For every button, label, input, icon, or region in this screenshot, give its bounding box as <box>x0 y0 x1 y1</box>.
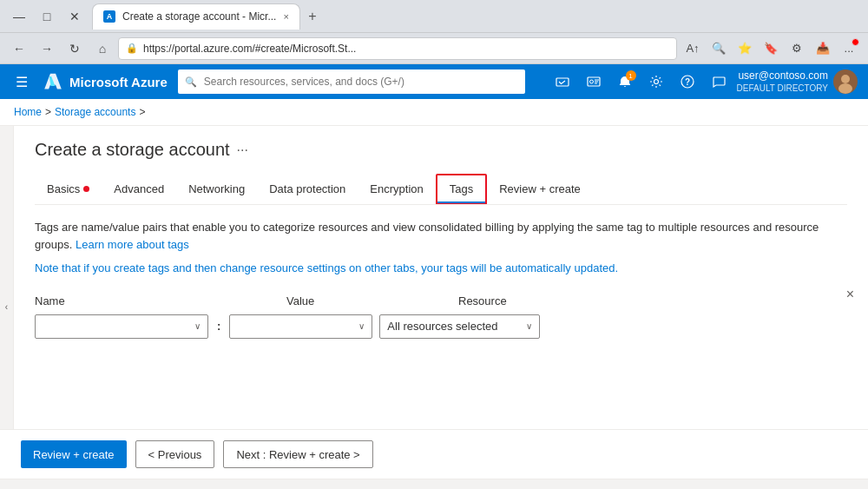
tab-title: Create a storage account - Micr... <box>122 10 276 23</box>
collections-button[interactable]: 🔖 <box>759 36 783 61</box>
refresh-button[interactable]: ↻ <box>62 36 87 61</box>
tag-row-1: ∨ : ∨ All resources selected ∨ <box>35 314 847 339</box>
tab-encryption[interactable]: Encryption <box>358 174 435 204</box>
tab-bar-form: Basics Advanced Networking Data protecti… <box>35 174 847 205</box>
new-tab-button[interactable]: + <box>300 4 325 29</box>
back-button[interactable]: ← <box>7 36 31 61</box>
tag-value-input[interactable]: ∨ <box>229 314 372 339</box>
svg-rect-0 <box>556 78 569 86</box>
settings-button[interactable]: ⚙ <box>785 36 809 61</box>
svg-point-6 <box>841 75 850 83</box>
search-input[interactable] <box>178 69 525 94</box>
previous-button[interactable]: < Previous <box>135 440 215 468</box>
tab-tags[interactable]: Tags <box>436 174 487 204</box>
minimize-button[interactable]: — <box>7 4 31 29</box>
forward-button[interactable]: → <box>35 36 59 61</box>
tag-name-chevron-icon: ∨ <box>194 321 201 331</box>
toolbar-icons: A↑ 🔍 ⭐ 🔖 ⚙ 📥 ... <box>681 36 861 61</box>
tab-basics[interactable]: Basics <box>35 174 102 204</box>
resource-value: All resources selected <box>387 320 497 333</box>
resource-dropdown[interactable]: All resources selected ∨ <box>379 314 540 339</box>
feedback-button[interactable] <box>706 69 732 95</box>
col-header-resource: Resource <box>458 294 615 307</box>
user-name: user@contoso.com <box>737 69 828 83</box>
help-button[interactable]: ? <box>674 69 700 95</box>
breadcrumb-home[interactable]: Home <box>14 106 42 118</box>
title-menu-button[interactable]: ··· <box>237 142 248 158</box>
review-create-label: Review + create <box>499 182 581 195</box>
close-button[interactable]: × <box>846 287 854 302</box>
next-button[interactable]: Next : Review + create > <box>223 440 372 468</box>
user-directory: DEFAULT DIRECTORY <box>737 83 828 94</box>
lock-icon: 🔒 <box>126 43 138 54</box>
encryption-label: Encryption <box>370 182 423 195</box>
collapse-icon: ‹ <box>5 302 8 312</box>
cloud-shell-button[interactable] <box>549 69 575 95</box>
active-browser-tab[interactable]: A Create a storage account - Micr... × <box>92 3 300 30</box>
col-header-value: Value <box>286 294 434 307</box>
breadcrumb-sep1: > <box>45 106 51 118</box>
hamburger-menu-button[interactable]: ☰ <box>10 70 33 94</box>
tab-bar: A Create a storage account - Micr... × + <box>92 3 325 30</box>
breadcrumb-storage-accounts[interactable]: Storage accounts <box>55 106 135 118</box>
breadcrumb: Home > Storage accounts > <box>0 99 868 126</box>
tag-value-chevron-icon: ∨ <box>358 321 365 331</box>
downloads-button[interactable]: 📥 <box>811 36 835 61</box>
review-create-button[interactable]: Review + create <box>21 440 127 468</box>
tab-review-create[interactable]: Review + create <box>487 174 593 204</box>
tags-description: Tags are name/value pairs that enable yo… <box>35 219 847 253</box>
basics-label: Basics <box>47 182 80 195</box>
col-header-name: Name <box>35 294 208 307</box>
tag-name-input[interactable]: ∨ <box>35 314 208 339</box>
svg-point-7 <box>838 83 852 94</box>
tags-note: Note that if you create tags and then ch… <box>35 260 847 277</box>
azure-logo-icon <box>43 72 62 91</box>
global-search[interactable] <box>178 69 525 94</box>
avatar[interactable] <box>833 69 858 94</box>
breadcrumb-sep2: > <box>139 106 145 118</box>
notifications-button[interactable] <box>612 69 638 95</box>
window-controls: — □ ✕ <box>7 4 87 29</box>
svg-point-2 <box>589 80 593 83</box>
tab-data-protection[interactable]: Data protection <box>257 174 358 204</box>
page-title: Create a storage account <box>35 140 230 160</box>
tags-form: Name Value Resource ∨ : <box>35 294 847 339</box>
address-bar[interactable]: 🔒 https://portal.azure.com/#create/Micro… <box>118 37 677 60</box>
svg-text:?: ? <box>685 77 690 87</box>
data-protection-label: Data protection <box>269 182 345 195</box>
horizontal-scrollbar[interactable] <box>0 479 868 489</box>
tab-advanced[interactable]: Advanced <box>102 174 176 204</box>
tab-close-button[interactable]: × <box>283 11 288 22</box>
search-page-button[interactable]: 🔍 <box>707 36 731 61</box>
basics-dot <box>83 186 89 192</box>
azure-logo-text: Microsoft Azure <box>69 75 168 89</box>
read-aloud-button[interactable]: A↑ <box>681 36 705 61</box>
window-close-button[interactable]: ✕ <box>62 4 87 29</box>
networking-label: Networking <box>188 182 245 195</box>
svg-point-3 <box>654 80 658 84</box>
url-text: https://portal.azure.com/#create/Microso… <box>143 43 669 55</box>
maximize-button[interactable]: □ <box>35 4 59 29</box>
colon-separator: : <box>215 320 222 333</box>
tags-label: Tags <box>450 182 473 195</box>
tab-favicon: A <box>103 10 115 23</box>
resource-chevron-icon: ∨ <box>526 321 532 331</box>
settings-portal-button[interactable] <box>643 69 669 95</box>
directory-button[interactable] <box>581 69 607 95</box>
more-button[interactable]: ... <box>837 36 861 61</box>
user-info: user@contoso.com DEFAULT DIRECTORY <box>737 69 858 95</box>
footer: Review + create < Previous Next : Review… <box>0 429 868 479</box>
tab-networking[interactable]: Networking <box>176 174 257 204</box>
favorites-button[interactable]: ⭐ <box>733 36 757 61</box>
advanced-label: Advanced <box>114 182 164 195</box>
home-button[interactable]: ⌂ <box>90 36 115 61</box>
learn-more-link[interactable]: Learn more about tags <box>76 238 189 251</box>
azure-logo: Microsoft Azure <box>43 72 168 91</box>
